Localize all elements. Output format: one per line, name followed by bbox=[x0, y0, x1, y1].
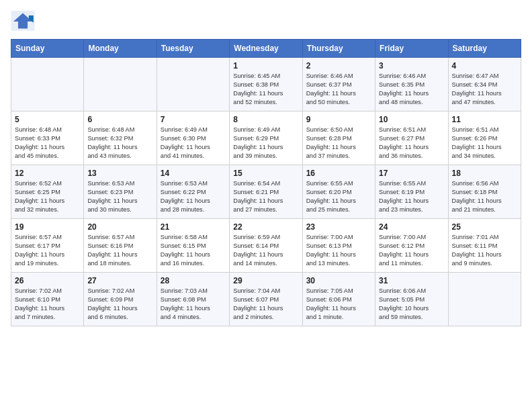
cell-details: Sunrise: 6:48 AM Sunset: 6:33 PM Dayligh… bbox=[15, 126, 80, 161]
cell-details: Sunrise: 6:06 AM Sunset: 5:05 PM Dayligh… bbox=[379, 287, 444, 322]
logo-icon bbox=[11, 11, 35, 31]
calendar-cell: 28Sunrise: 7:03 AM Sunset: 6:08 PM Dayli… bbox=[157, 273, 229, 326]
calendar-cell bbox=[448, 273, 521, 326]
cell-details: Sunrise: 6:48 AM Sunset: 6:32 PM Dayligh… bbox=[87, 126, 152, 161]
cell-details: Sunrise: 6:47 AM Sunset: 6:34 PM Dayligh… bbox=[452, 72, 517, 107]
day-number: 28 bbox=[161, 276, 226, 285]
calendar-cell: 11Sunrise: 6:51 AM Sunset: 6:26 PM Dayli… bbox=[448, 111, 521, 165]
calendar-cell: 23Sunrise: 7:00 AM Sunset: 6:13 PM Dayli… bbox=[302, 219, 375, 273]
calendar-table: SundayMondayTuesdayWednesdayThursdayFrid… bbox=[11, 39, 521, 326]
col-header-friday: Friday bbox=[375, 40, 448, 58]
day-number: 18 bbox=[452, 169, 517, 178]
col-header-monday: Monday bbox=[84, 40, 157, 58]
cell-details: Sunrise: 7:00 AM Sunset: 6:12 PM Dayligh… bbox=[379, 233, 444, 268]
calendar-cell: 26Sunrise: 7:02 AM Sunset: 6:10 PM Dayli… bbox=[11, 273, 84, 326]
cell-details: Sunrise: 6:56 AM Sunset: 6:18 PM Dayligh… bbox=[452, 179, 517, 214]
day-number: 21 bbox=[161, 222, 226, 232]
col-header-sunday: Sunday bbox=[11, 40, 84, 58]
page-header bbox=[11, 11, 521, 31]
day-number: 19 bbox=[15, 222, 80, 232]
day-number: 4 bbox=[452, 61, 517, 71]
calendar-cell: 10Sunrise: 6:51 AM Sunset: 6:27 PM Dayli… bbox=[375, 111, 448, 165]
calendar-cell: 17Sunrise: 6:55 AM Sunset: 6:19 PM Dayli… bbox=[375, 165, 448, 219]
calendar-cell: 4Sunrise: 6:47 AM Sunset: 6:34 PM Daylig… bbox=[448, 58, 521, 111]
day-number: 5 bbox=[15, 115, 80, 124]
calendar-cell: 19Sunrise: 6:57 AM Sunset: 6:17 PM Dayli… bbox=[11, 219, 84, 273]
day-number: 14 bbox=[161, 169, 226, 178]
calendar-cell: 6Sunrise: 6:48 AM Sunset: 6:32 PM Daylig… bbox=[84, 111, 157, 165]
cell-details: Sunrise: 6:51 AM Sunset: 6:26 PM Dayligh… bbox=[452, 126, 517, 161]
calendar-cell: 5Sunrise: 6:48 AM Sunset: 6:33 PM Daylig… bbox=[11, 111, 84, 165]
calendar-cell: 24Sunrise: 7:00 AM Sunset: 6:12 PM Dayli… bbox=[375, 219, 448, 273]
day-number: 10 bbox=[379, 115, 444, 124]
calendar-cell: 9Sunrise: 6:50 AM Sunset: 6:28 PM Daylig… bbox=[302, 111, 375, 165]
day-number: 12 bbox=[15, 169, 80, 178]
calendar-cell bbox=[11, 58, 84, 111]
day-number: 9 bbox=[306, 115, 371, 124]
day-number: 6 bbox=[87, 115, 152, 124]
col-header-tuesday: Tuesday bbox=[157, 40, 229, 58]
day-number: 16 bbox=[306, 169, 371, 178]
col-header-wednesday: Wednesday bbox=[230, 40, 302, 58]
calendar-cell: 22Sunrise: 6:59 AM Sunset: 6:14 PM Dayli… bbox=[230, 219, 302, 273]
cell-details: Sunrise: 7:03 AM Sunset: 6:08 PM Dayligh… bbox=[161, 287, 226, 322]
day-number: 25 bbox=[452, 222, 517, 232]
cell-details: Sunrise: 6:51 AM Sunset: 6:27 PM Dayligh… bbox=[379, 126, 444, 161]
calendar-cell: 31Sunrise: 6:06 AM Sunset: 5:05 PM Dayli… bbox=[375, 273, 448, 326]
day-number: 17 bbox=[379, 169, 444, 178]
cell-details: Sunrise: 7:00 AM Sunset: 6:13 PM Dayligh… bbox=[306, 233, 371, 268]
calendar-cell: 15Sunrise: 6:54 AM Sunset: 6:21 PM Dayli… bbox=[230, 165, 302, 219]
calendar-cell: 29Sunrise: 7:04 AM Sunset: 6:07 PM Dayli… bbox=[230, 273, 302, 326]
calendar-cell: 12Sunrise: 6:52 AM Sunset: 6:25 PM Dayli… bbox=[11, 165, 84, 219]
cell-details: Sunrise: 6:57 AM Sunset: 6:17 PM Dayligh… bbox=[15, 233, 80, 268]
day-number: 22 bbox=[233, 222, 298, 232]
day-number: 11 bbox=[452, 115, 517, 124]
cell-details: Sunrise: 6:57 AM Sunset: 6:16 PM Dayligh… bbox=[87, 233, 152, 268]
cell-details: Sunrise: 6:52 AM Sunset: 6:25 PM Dayligh… bbox=[15, 179, 80, 214]
col-header-thursday: Thursday bbox=[302, 40, 375, 58]
day-number: 29 bbox=[233, 276, 298, 285]
cell-details: Sunrise: 7:02 AM Sunset: 6:09 PM Dayligh… bbox=[87, 287, 152, 322]
day-number: 31 bbox=[379, 276, 444, 285]
day-number: 24 bbox=[379, 222, 444, 232]
cell-details: Sunrise: 7:02 AM Sunset: 6:10 PM Dayligh… bbox=[15, 287, 80, 322]
day-number: 8 bbox=[233, 115, 298, 124]
day-number: 30 bbox=[306, 276, 371, 285]
cell-details: Sunrise: 6:50 AM Sunset: 6:28 PM Dayligh… bbox=[306, 126, 371, 161]
cell-details: Sunrise: 6:58 AM Sunset: 6:15 PM Dayligh… bbox=[161, 233, 226, 268]
cell-details: Sunrise: 6:53 AM Sunset: 6:22 PM Dayligh… bbox=[161, 179, 226, 214]
cell-details: Sunrise: 6:55 AM Sunset: 6:20 PM Dayligh… bbox=[306, 179, 371, 214]
calendar-cell: 3Sunrise: 6:46 AM Sunset: 6:35 PM Daylig… bbox=[375, 58, 448, 111]
day-number: 13 bbox=[87, 169, 152, 178]
day-number: 3 bbox=[379, 61, 444, 71]
calendar-cell: 8Sunrise: 6:49 AM Sunset: 6:29 PM Daylig… bbox=[230, 111, 302, 165]
day-number: 27 bbox=[87, 276, 152, 285]
calendar-cell: 30Sunrise: 7:05 AM Sunset: 6:06 PM Dayli… bbox=[302, 273, 375, 326]
calendar-cell bbox=[84, 58, 157, 111]
logo bbox=[11, 11, 38, 31]
day-number: 7 bbox=[161, 115, 226, 124]
cell-details: Sunrise: 6:55 AM Sunset: 6:19 PM Dayligh… bbox=[379, 179, 444, 214]
calendar-cell: 16Sunrise: 6:55 AM Sunset: 6:20 PM Dayli… bbox=[302, 165, 375, 219]
calendar-cell: 7Sunrise: 6:49 AM Sunset: 6:30 PM Daylig… bbox=[157, 111, 229, 165]
day-number: 20 bbox=[87, 222, 152, 232]
calendar-cell: 18Sunrise: 6:56 AM Sunset: 6:18 PM Dayli… bbox=[448, 165, 521, 219]
cell-details: Sunrise: 7:01 AM Sunset: 6:11 PM Dayligh… bbox=[452, 233, 517, 268]
cell-details: Sunrise: 6:49 AM Sunset: 6:30 PM Dayligh… bbox=[161, 126, 226, 161]
day-number: 1 bbox=[233, 61, 298, 71]
cell-details: Sunrise: 7:05 AM Sunset: 6:06 PM Dayligh… bbox=[306, 287, 371, 322]
cell-details: Sunrise: 6:45 AM Sunset: 6:38 PM Dayligh… bbox=[233, 72, 298, 107]
day-number: 2 bbox=[306, 61, 371, 71]
cell-details: Sunrise: 6:54 AM Sunset: 6:21 PM Dayligh… bbox=[233, 179, 298, 214]
day-number: 15 bbox=[233, 169, 298, 178]
calendar-cell: 2Sunrise: 6:46 AM Sunset: 6:37 PM Daylig… bbox=[302, 58, 375, 111]
calendar-cell bbox=[157, 58, 229, 111]
cell-details: Sunrise: 6:46 AM Sunset: 6:37 PM Dayligh… bbox=[306, 72, 371, 107]
calendar-cell: 27Sunrise: 7:02 AM Sunset: 6:09 PM Dayli… bbox=[84, 273, 157, 326]
col-header-saturday: Saturday bbox=[448, 40, 521, 58]
cell-details: Sunrise: 6:46 AM Sunset: 6:35 PM Dayligh… bbox=[379, 72, 444, 107]
calendar-cell: 1Sunrise: 6:45 AM Sunset: 6:38 PM Daylig… bbox=[230, 58, 302, 111]
calendar-cell: 14Sunrise: 6:53 AM Sunset: 6:22 PM Dayli… bbox=[157, 165, 229, 219]
calendar-cell: 21Sunrise: 6:58 AM Sunset: 6:15 PM Dayli… bbox=[157, 219, 229, 273]
cell-details: Sunrise: 6:49 AM Sunset: 6:29 PM Dayligh… bbox=[233, 126, 298, 161]
